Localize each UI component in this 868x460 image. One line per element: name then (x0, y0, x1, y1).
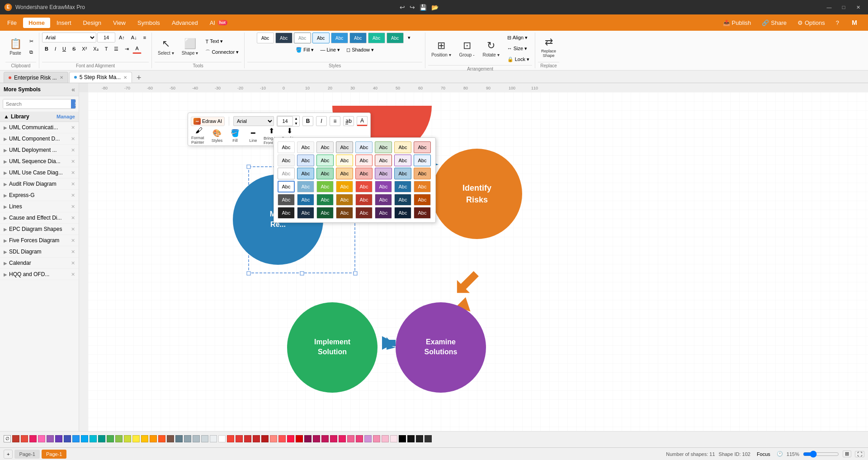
edraw-ai-btn[interactable]: ∼ Edraw AI (191, 117, 225, 126)
doc-tab-1[interactable]: Enterprise Risk ... ✕ (4, 72, 68, 83)
color-swatch[interactable] (278, 435, 286, 442)
sidebar-item-hqq[interactable]: ▶ HQQ and OFD... ✕ (0, 269, 79, 280)
style-cell[interactable]: Abc (414, 155, 431, 166)
float-font-select[interactable]: Arial (233, 116, 274, 126)
strikethrough-btn[interactable]: S (70, 44, 78, 54)
style-cell[interactable]: Abc (414, 207, 431, 219)
no-fill-btn[interactable]: ∅ (4, 435, 11, 442)
lock-btn[interactable]: 🔒 Lock ▾ (505, 54, 532, 64)
color-swatch[interactable] (296, 435, 303, 442)
float-align-btn[interactable]: ≡ (330, 116, 340, 126)
color-swatch[interactable] (64, 435, 71, 442)
color-swatch[interactable] (115, 435, 123, 442)
copy-btn[interactable]: ⧉ (27, 47, 36, 57)
style-cell[interactable]: Abc (375, 194, 392, 206)
close-icon[interactable]: ✕ (71, 136, 75, 142)
redo-btn[interactable]: ↪ (407, 4, 417, 11)
style-cell[interactable]: Abc (336, 194, 353, 206)
style-cell[interactable]: Abc (278, 207, 295, 219)
replace-shape-btn[interactable]: ⇄ ReplaceShape (538, 35, 559, 59)
superscript-btn[interactable]: X² (79, 44, 90, 54)
decrease-font-btn[interactable]: A↓ (128, 33, 140, 42)
color-swatch[interactable] (38, 435, 45, 442)
style-cell[interactable]: Abc (297, 141, 314, 153)
float-italic-btn[interactable]: I (316, 116, 327, 126)
style-cell[interactable]: Abc (278, 181, 295, 192)
font-size-input[interactable] (97, 33, 115, 42)
shape-btn[interactable]: ⬜ Shape ▾ (179, 35, 202, 59)
user-avatar[interactable]: M (846, 14, 863, 31)
italic-btn[interactable]: I (52, 44, 59, 54)
canvas[interactable]: Mo... Re... Identify Risks Implement (88, 92, 868, 446)
position-btn[interactable]: ⊞ Position ▾ (428, 37, 454, 60)
color-swatch[interactable] (313, 435, 320, 442)
close-icon[interactable]: ✕ (71, 192, 75, 198)
close-icon[interactable]: ✕ (71, 215, 75, 221)
color-swatch[interactable] (124, 435, 131, 442)
fullscreen-btn[interactable]: ⛶ (855, 451, 864, 457)
manage-btn[interactable]: Manage (57, 114, 75, 119)
style-cell[interactable]: Abc (336, 141, 353, 153)
color-swatch[interactable] (218, 435, 226, 442)
text-align-btn[interactable]: ≡ (141, 33, 149, 42)
font-color-btn[interactable]: A (132, 44, 141, 54)
indent-btn[interactable]: ⇥ (122, 44, 132, 54)
current-page-tab[interactable]: Page-1 (42, 450, 66, 459)
color-swatch[interactable] (347, 435, 354, 442)
close-icon[interactable]: ✕ (71, 181, 75, 187)
style-cell[interactable]: Abc (316, 181, 334, 192)
style-cell[interactable]: Abc (278, 168, 295, 179)
style-cell[interactable]: Abc (414, 194, 431, 206)
minimize-btn[interactable]: — (823, 3, 835, 12)
menu-advanced[interactable]: Advanced (166, 18, 203, 28)
zoom-slider[interactable] (803, 451, 839, 458)
align-btn[interactable]: ⊟ Align ▾ (505, 33, 532, 42)
color-swatch[interactable] (407, 435, 415, 442)
float-format-painter-btn[interactable]: 🖌 Format Painter (191, 128, 207, 143)
close-icon[interactable]: ✕ (71, 272, 75, 277)
close-icon[interactable]: ✕ (71, 147, 75, 153)
color-swatch[interactable] (90, 435, 97, 442)
sidebar-item-uml-comm[interactable]: ▶ UML Communicati... ✕ (0, 122, 79, 133)
color-swatch[interactable] (356, 435, 363, 442)
color-swatch[interactable] (98, 435, 105, 442)
search-btn[interactable]: Search (71, 99, 76, 108)
cut-btn[interactable]: ✂ (27, 37, 36, 47)
size-down-btn[interactable]: ▼ (293, 121, 299, 126)
save-btn[interactable]: 💾 (417, 4, 429, 11)
sidebar-item-uml-seq[interactable]: ▶ UML Sequence Dia... ✕ (0, 156, 79, 167)
style-cell[interactable]: Abc (414, 141, 431, 153)
style-swatch-4[interactable]: Abc (312, 33, 330, 43)
sidebar-item-epc[interactable]: ▶ EPC Diagram Shapes ✕ (0, 224, 79, 235)
style-cell[interactable]: Abc (375, 207, 392, 219)
style-cell[interactable]: Abc (355, 194, 373, 206)
color-swatch[interactable] (270, 435, 277, 442)
style-swatch-8[interactable]: Abc (387, 33, 404, 43)
menu-design[interactable]: Design (78, 18, 107, 28)
color-swatch[interactable] (227, 435, 234, 442)
subscript-btn[interactable]: X₂ (90, 44, 101, 54)
group-btn[interactable]: ⊡ Group - (456, 37, 478, 60)
style-cell[interactable]: Abc (278, 194, 295, 206)
style-cell[interactable]: Abc (336, 168, 353, 179)
color-swatch[interactable] (193, 435, 200, 442)
rotate-btn[interactable]: ↻ Rotate ▾ (479, 37, 502, 60)
close-icon[interactable]: ✕ (71, 159, 75, 164)
help-btn[interactable]: ? (832, 18, 843, 28)
list-btn[interactable]: ☰ (111, 44, 121, 54)
style-cell[interactable]: Abc (316, 194, 334, 206)
style-cell[interactable]: Abc (297, 194, 314, 206)
share-btn[interactable]: 🔗 Share (758, 18, 790, 28)
style-cell[interactable]: Abc (355, 155, 373, 166)
sidebar-item-express[interactable]: ▶ Express-G ✕ (0, 190, 79, 201)
color-swatch[interactable] (132, 435, 140, 442)
style-swatch-7[interactable]: Abc (368, 33, 385, 43)
size-btn[interactable]: ↔ Size ▾ (505, 43, 532, 53)
underline-btn[interactable]: U (60, 44, 69, 54)
text-btn[interactable]: T Text ▾ (203, 37, 241, 47)
color-swatch[interactable] (304, 435, 311, 442)
menu-symbols[interactable]: Symbols (132, 18, 165, 28)
undo-btn[interactable]: ↩ (397, 4, 407, 11)
close-icon[interactable]: ✕ (71, 238, 75, 244)
float-size-input[interactable] (277, 116, 293, 126)
